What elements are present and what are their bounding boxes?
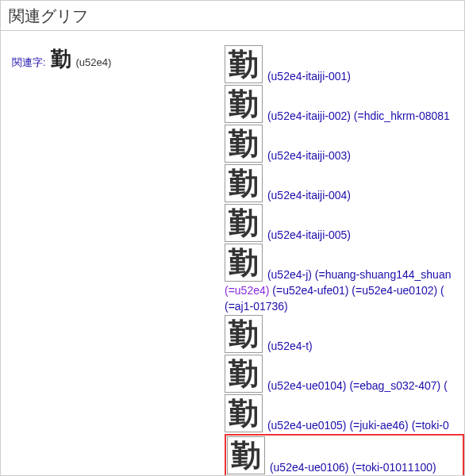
glyph-id-link[interactable]: (u52e4-itaiji-004) bbox=[267, 189, 351, 202]
glyph-image[interactable]: 勤 bbox=[225, 244, 263, 282]
glyph-id-link[interactable]: (u52e4-itaiji-002) bbox=[267, 109, 351, 122]
glyph-alias-link[interactable]: (=u52e4-ufe01) bbox=[272, 284, 348, 297]
glyph-alias-link[interactable]: (=toki-0 bbox=[412, 420, 449, 432]
glyph-alias-link[interactable]: (=u52e4-ue0102) bbox=[352, 284, 437, 297]
glyph-row: 勤 (u52e4-itaiji-004) bbox=[225, 164, 464, 202]
section-title: 関連グリフ bbox=[1, 1, 464, 31]
related-char-label[interactable]: 関連字: bbox=[12, 56, 46, 68]
alias-line: (=aj1-01736) bbox=[225, 299, 464, 313]
glyph-image[interactable]: 勤 bbox=[225, 355, 263, 393]
glyph-row: 勤 (u52e4-itaiji-003) bbox=[225, 125, 464, 163]
content-area: 関連字: 勤 (u52e4) 勤 (u52e4-itaiji-001) 勤 (u… bbox=[1, 31, 464, 476]
glyph-image[interactable]: 勤 bbox=[225, 315, 263, 353]
glyph-row: 勤 (u52e4-itaiji-001) bbox=[225, 45, 464, 83]
related-char-cell: 関連字: 勤 (u52e4) bbox=[12, 45, 225, 476]
glyph-image[interactable]: 勤 bbox=[225, 394, 263, 432]
glyph-alias-link[interactable]: ( bbox=[440, 284, 444, 297]
glyph-image[interactable]: 勤 bbox=[225, 45, 263, 83]
glyph-id-link[interactable]: (u52e4-itaiji-005) bbox=[267, 228, 351, 241]
glyph-image[interactable]: 勤 bbox=[227, 436, 265, 474]
glyph-list: 勤 (u52e4-itaiji-001) 勤 (u52e4-itaiji-002… bbox=[225, 45, 464, 476]
glyph-alias-link[interactable]: (=toki-01011100) bbox=[352, 462, 436, 474]
glyph-row: 勤 (u52e4-ue0105) (=juki-ae46) (=toki-0 bbox=[225, 394, 464, 432]
glyph-id-link[interactable]: (u52e4-itaiji-003) bbox=[267, 149, 351, 162]
glyph-id-link[interactable]: (u52e4-j) bbox=[267, 268, 312, 281]
glyph-id-link[interactable]: (u52e4-ue0104) bbox=[267, 380, 347, 393]
glyph-row: 勤 (u52e4-itaiji-005) bbox=[225, 204, 464, 242]
glyph-image[interactable]: 勤 bbox=[225, 164, 263, 202]
glyph-image[interactable]: 勤 bbox=[225, 85, 263, 123]
glyph-row: 勤 (u52e4-t) bbox=[225, 315, 464, 353]
glyph-id-link[interactable]: (u52e4-ue0106) bbox=[270, 462, 349, 474]
glyph-row-highlighted: 勤 (u52e4-ue0106) (=toki-01011100) bbox=[225, 434, 464, 476]
glyph-image[interactable]: 勤 bbox=[225, 125, 263, 163]
related-char-glyph: 勤 bbox=[49, 47, 73, 71]
glyph-alias-link[interactable]: (=ebag_s032-407) bbox=[349, 380, 440, 393]
glyph-id-link[interactable]: (u52e4-ue0105) bbox=[267, 420, 347, 432]
glyph-alias-link[interactable]: ( bbox=[444, 380, 448, 393]
glyph-image[interactable]: 勤 bbox=[225, 204, 263, 242]
glyph-alias-link[interactable]: (=huang-shuang144_shuan bbox=[315, 268, 452, 281]
glyph-id-link[interactable]: (u52e4-t) bbox=[267, 340, 313, 353]
glyph-alias-link[interactable]: (=aj1-01736) bbox=[225, 300, 288, 313]
glyph-row: 勤 (u52e4-j) (=huang-shuang144_shuan bbox=[225, 244, 464, 282]
glyph-alias-link-visited[interactable]: (=u52e4) bbox=[225, 284, 269, 297]
glyph-row: 勤 (u52e4-ue0104) (=ebag_s032-407) ( bbox=[225, 355, 464, 393]
glyph-alias-link[interactable]: (=hdic_hkrm-08081 bbox=[354, 109, 450, 122]
related-char-code: (u52e4) bbox=[75, 56, 111, 68]
alias-line: (=u52e4) (=u52e4-ufe01) (=u52e4-ue0102) … bbox=[225, 283, 464, 298]
glyph-row: 勤 (u52e4-itaiji-002) (=hdic_hkrm-08081 bbox=[225, 85, 464, 123]
glyph-alias-link[interactable]: (=juki-ae46) bbox=[349, 420, 408, 432]
glyph-id-link[interactable]: (u52e4-itaiji-001) bbox=[267, 70, 351, 83]
